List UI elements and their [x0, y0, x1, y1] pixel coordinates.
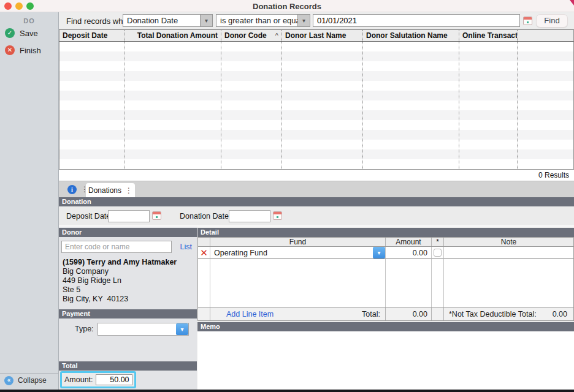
calendar-picker-icon[interactable]	[523, 17, 532, 25]
donor-list-link[interactable]: List	[180, 243, 192, 251]
finish-x-icon: ✕	[5, 45, 15, 55]
not-tax-deductible-total-value: 0.00	[553, 310, 567, 318]
left-panel: Donor List (1599) Terry and Amy Hatmaker…	[59, 227, 197, 390]
payment-type-label: Type:	[75, 325, 94, 333]
results-bar: 0 Results	[59, 170, 574, 181]
column-header-empty	[518, 30, 573, 41]
donor-address-line: Ste 5	[63, 285, 193, 295]
window-bottom-edge	[0, 390, 574, 392]
total-amount-label: Amount:	[64, 375, 93, 384]
line-note-field[interactable]	[444, 247, 573, 259]
column-header-online-transaction[interactable]: Online Transact...	[459, 30, 518, 41]
column-header-donor-salutation-name[interactable]: Donor Salutation Name	[363, 30, 459, 41]
detail-table-header: Fund Amount * Note	[198, 237, 573, 247]
collapse-chevrons-icon: «	[4, 376, 13, 385]
donation-section-header: Donation	[59, 197, 574, 206]
total-amount-highlight: Amount:	[60, 371, 136, 388]
detail-fund-column-header: Fund	[210, 238, 386, 246]
find-operator-select[interactable]: is greater than or equal to ▾	[216, 14, 310, 27]
find-field-select[interactable]: Donation Date ▾	[123, 14, 213, 27]
save-check-icon: ✓	[5, 28, 15, 38]
results-table-header: Deposit Date Total Donation Amount Donor…	[59, 29, 574, 42]
detail-star-column-header: *	[432, 238, 444, 246]
payment-type-row: Type: ▾	[59, 322, 197, 337]
donor-search-input[interactable]	[61, 241, 172, 253]
window-title: Donation Records	[0, 2, 574, 11]
donor-name: (1599) Terry and Amy Hatmaker	[63, 258, 193, 267]
tab-donations-label: Donations	[88, 186, 121, 195]
donation-records-window: Donation Records DO ✓ Save ✕ Finish « Co…	[0, 0, 574, 392]
fund-value: Operating Fund	[214, 249, 267, 257]
save-label: Save	[20, 29, 38, 38]
sort-ascending-icon: ^	[275, 32, 278, 39]
delete-line-button[interactable]: ✕	[198, 247, 210, 259]
find-operator-value: is greater than or equal to	[216, 16, 297, 25]
payment-type-select[interactable]: ▾	[98, 323, 189, 336]
donation-date-row: Deposit Date: Donation Date:	[59, 206, 574, 227]
collapse-label: Collapse	[18, 376, 47, 385]
sidebar: DO ✓ Save ✕ Finish « Collapse	[0, 12, 59, 390]
deposit-date-input[interactable]	[108, 210, 150, 222]
total-section-header: Total	[59, 361, 197, 371]
tab-strip: i ⋮ Donations ⋮	[59, 181, 574, 197]
chevron-down-icon: ▾	[297, 15, 310, 26]
donation-date-label: Donation Date:	[180, 212, 231, 221]
tax-deductible-cell	[432, 247, 444, 259]
not-tax-deductible-total-label: *Not Tax Deductible Total:	[449, 310, 537, 318]
donor-address-line: 449 Big Ridge Ln	[63, 276, 193, 285]
find-button[interactable]: Find	[536, 14, 568, 28]
detail-amount-column-header: Amount	[386, 238, 432, 246]
corner-mark	[570, 0, 574, 6]
donor-info-block: (1599) Terry and Amy Hatmaker Big Compan…	[59, 257, 197, 304]
tab-donations[interactable]: Donations ⋮	[86, 183, 135, 198]
line-amount-field[interactable]: 0.00	[386, 247, 432, 259]
add-line-item-link[interactable]: Add Line Item	[226, 310, 274, 318]
donor-section-header: Donor	[59, 228, 197, 237]
results-count: 0 Results	[538, 171, 569, 179]
find-field-value: Donation Date	[123, 16, 200, 25]
find-value-input[interactable]	[313, 14, 520, 27]
detail-line-item-row: ✕ Operating Fund ▾ 0.00	[198, 247, 573, 259]
deposit-date-calendar-icon[interactable]	[152, 211, 161, 220]
right-panel: Detail Fund Amount * Note ✕ Operating Fu…	[197, 227, 574, 390]
detail-empty-rows	[198, 259, 573, 307]
donation-date-input[interactable]	[229, 210, 270, 222]
memo-section-header: Memo	[197, 322, 574, 331]
donor-search-row: List	[59, 239, 197, 257]
detail-delete-column-header	[198, 238, 210, 246]
donation-date-calendar-icon[interactable]	[273, 211, 282, 220]
donor-address-line: Big Company	[63, 267, 193, 276]
sidebar-group-label: DO	[0, 12, 58, 24]
tab-menu-icon[interactable]: ⋮	[125, 186, 132, 195]
finish-label: Finish	[20, 46, 41, 55]
detail-note-column-header: Note	[444, 238, 573, 246]
titlebar: Donation Records	[0, 0, 574, 12]
total-amount-input[interactable]	[96, 374, 132, 385]
not-tax-deductible-checkbox[interactable]	[434, 249, 442, 257]
memo-field[interactable]	[197, 331, 574, 390]
detail-total-label: Total:	[362, 310, 380, 318]
info-icon[interactable]: i	[67, 185, 77, 194]
detail-table: Fund Amount * Note ✕ Operating Fund ▾ 0.…	[197, 237, 574, 321]
detail-footer-row: Add Line Item Total: 0.00 *Not Tax Deduc…	[198, 307, 573, 321]
fund-select[interactable]: Operating Fund ▾	[210, 247, 386, 259]
results-table-body[interactable]	[59, 42, 574, 170]
delete-x-icon: ✕	[198, 247, 210, 258]
chevron-down-icon: ▾	[200, 15, 212, 26]
save-button[interactable]: ✓ Save	[0, 24, 58, 42]
donor-address-line: Big City, KY 40123	[63, 295, 193, 304]
detail-section-header: Detail	[197, 228, 574, 237]
collapse-button[interactable]: « Collapse	[0, 373, 58, 387]
find-bar: Find records where Donation Date ▾ is gr…	[59, 12, 574, 29]
payment-section-header: Payment	[59, 309, 197, 318]
column-header-deposit-date[interactable]: Deposit Date	[59, 30, 125, 41]
deposit-date-label: Deposit Date:	[66, 212, 113, 221]
column-header-total-donation-amount[interactable]: Total Donation Amount	[125, 30, 221, 41]
detail-total-value: 0.00	[386, 308, 432, 320]
column-header-donor-code[interactable]: Donor Code ^	[221, 30, 282, 41]
chevron-down-icon: ▾	[176, 323, 188, 335]
finish-button[interactable]: ✕ Finish	[0, 42, 58, 59]
column-header-donor-last-name[interactable]: Donor Last Name	[282, 30, 363, 41]
chevron-down-icon: ▾	[373, 247, 385, 258]
